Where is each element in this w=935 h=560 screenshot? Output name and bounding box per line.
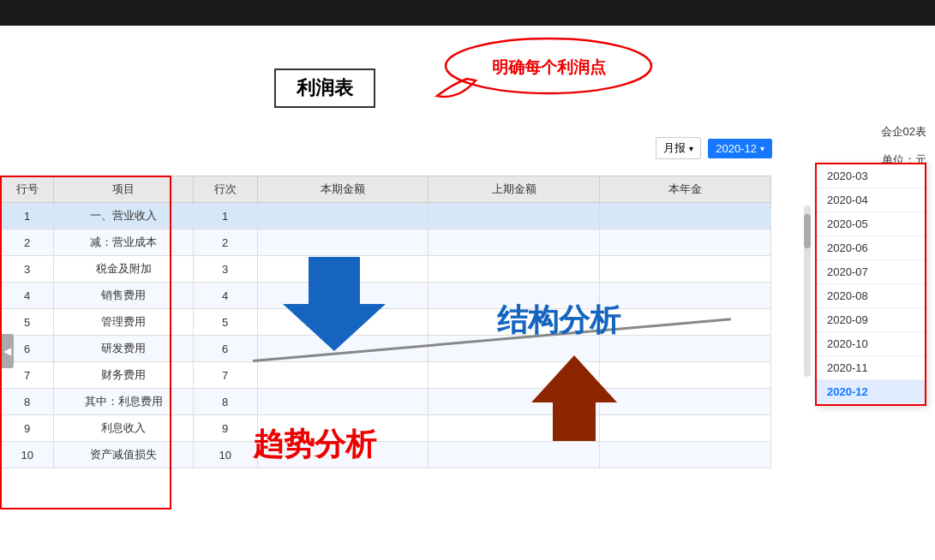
arrow-body xyxy=(309,257,360,304)
cell-hang: 10 xyxy=(1,442,54,468)
chevron-down-icon-2: ▾ xyxy=(760,144,764,153)
cell-xiangmu: 财务费用 xyxy=(54,362,193,389)
cell-bn xyxy=(600,336,771,362)
arrow-up-body xyxy=(553,402,596,441)
cell-hangci: 2 xyxy=(193,229,257,256)
header-bq: 本期金额 xyxy=(257,176,429,203)
chevron-down-icon: ▾ xyxy=(689,144,693,153)
header-controls: 月报 ▾ 2020-12 ▾ xyxy=(656,137,772,159)
cell-hang: 5 xyxy=(1,309,54,336)
expand-icon: ◀ xyxy=(3,345,11,357)
cell-hang: 8 xyxy=(1,389,54,415)
dropdown-item-6[interactable]: 2020-09 xyxy=(817,308,925,332)
cell-bq xyxy=(257,229,429,256)
cell-sq xyxy=(429,229,600,256)
cell-hang: 4 xyxy=(1,283,54,309)
cell-hangci: 10 xyxy=(193,442,257,468)
dropdown-item-9[interactable]: 2020-12 xyxy=(817,380,925,404)
cell-bn xyxy=(600,229,771,256)
cell-xiangmu: 研发费用 xyxy=(54,336,193,362)
arrow-up-head xyxy=(531,355,617,402)
report-title: 利润表 xyxy=(274,69,375,108)
svg-text:明确每个利润点: 明确每个利润点 xyxy=(492,58,606,76)
table-row: 3 税金及附加 3 xyxy=(1,256,771,283)
cell-hangci: 1 xyxy=(193,203,257,229)
top-bar xyxy=(0,0,935,26)
cell-bq xyxy=(257,203,429,229)
cell-hangci: 4 xyxy=(193,283,257,309)
cell-bn xyxy=(600,442,771,468)
cell-hang: 1 xyxy=(1,203,54,229)
cell-hangci: 5 xyxy=(193,309,257,336)
callout-bubble: 明确每个利润点 xyxy=(411,36,660,108)
header-hang: 行号 xyxy=(1,176,54,203)
company-text: 会企02表 xyxy=(881,125,926,138)
dropdown-item-4[interactable]: 2020-07 xyxy=(817,260,925,284)
cell-hangci: 8 xyxy=(193,389,257,415)
table-row: 7 财务费用 7 xyxy=(1,362,771,389)
period-type-select[interactable]: 月报 ▾ xyxy=(656,137,701,159)
cell-bn xyxy=(600,256,771,283)
cell-xiangmu: 一、营业收入 xyxy=(54,203,193,229)
table-row: 5 管理费用 5 xyxy=(1,309,771,336)
cell-bn xyxy=(600,362,771,389)
dropdown-item-3[interactable]: 2020-06 xyxy=(817,236,925,260)
arrow-head xyxy=(283,304,386,351)
cell-xiangmu: 减：营业成本 xyxy=(54,229,193,256)
period-type-label: 月报 xyxy=(663,140,686,156)
dropdown-item-5[interactable]: 2020-08 xyxy=(817,284,925,308)
table-row: 2 减：营业成本 2 xyxy=(1,229,771,256)
cell-hang: 2 xyxy=(1,229,54,256)
header-hangci: 行次 xyxy=(193,176,257,203)
dropdown-item-2[interactable]: 2020-05 xyxy=(817,212,925,236)
period-value-label: 2020-12 xyxy=(716,142,757,155)
cell-hangci: 6 xyxy=(193,336,257,362)
cell-bn xyxy=(600,283,771,309)
cell-xiangmu: 销售费用 xyxy=(54,283,193,309)
table-row: 4 销售费用 4 xyxy=(1,283,771,309)
cell-bq xyxy=(257,389,429,415)
title-text: 利润表 xyxy=(297,77,353,98)
period-value-select[interactable]: 2020-12 ▾ xyxy=(708,139,772,158)
cell-bn xyxy=(600,389,771,415)
qushi-text: 趋势分析 xyxy=(253,426,376,462)
cell-sq xyxy=(429,203,600,229)
dropdown-item-7[interactable]: 2020-10 xyxy=(817,332,925,356)
cell-xiangmu: 管理费用 xyxy=(54,309,193,336)
cell-xiangmu: 其中：利息费用 xyxy=(54,389,193,415)
dropdown-item-8[interactable]: 2020-11 xyxy=(817,356,925,380)
period-dropdown[interactable]: 2020-03 2020-04 2020-05 2020-06 2020-07 … xyxy=(815,163,926,406)
table-row: 1 一、营业收入 1 xyxy=(1,203,771,229)
cell-hangci: 9 xyxy=(193,415,257,442)
qushi-label: 趋势分析 xyxy=(253,424,376,466)
jiegou-text: 结构分析 xyxy=(497,302,620,337)
cell-hangci: 7 xyxy=(193,362,257,389)
jiegou-label: 结构分析 xyxy=(497,300,620,342)
cell-sq xyxy=(429,442,600,468)
cell-xiangmu: 税金及附加 xyxy=(54,256,193,283)
cell-xiangmu: 利息收入 xyxy=(54,415,193,442)
cell-xiangmu: 资产减值损失 xyxy=(54,442,193,468)
main-area: 利润表 明确每个利润点 会企02表 月报 ▾ 2020-12 ▾ 单位：元 20… xyxy=(0,26,935,560)
cell-bq xyxy=(257,362,429,389)
dropdown-item-1[interactable]: 2020-04 xyxy=(817,188,925,212)
header-sq: 上期金额 xyxy=(429,176,600,203)
cell-bn xyxy=(600,203,771,229)
table-row: 9 利息收入 9 xyxy=(1,415,771,442)
left-expand-button[interactable]: ◀ xyxy=(0,334,14,368)
scrollbar-thumb xyxy=(804,214,811,248)
profit-table: 行号 项目 行次 本期金额 上期金额 本年金 1 一、营业收入 1 2 减：营业… xyxy=(0,176,771,468)
cell-bn xyxy=(600,415,771,442)
company-label: 会企02表 xyxy=(881,124,926,140)
cell-sq xyxy=(429,256,600,283)
header-xiangmu: 项目 xyxy=(54,176,193,203)
brown-up-arrow xyxy=(531,355,617,441)
cell-hang: 3 xyxy=(1,256,54,283)
cell-hang: 9 xyxy=(1,415,54,442)
dropdown-item-0[interactable]: 2020-03 xyxy=(817,164,925,188)
dropdown-scrollbar[interactable] xyxy=(804,206,811,377)
cell-hangci: 3 xyxy=(193,256,257,283)
header-bn: 本年金 xyxy=(600,176,771,203)
table-row: 8 其中：利息费用 8 xyxy=(1,389,771,415)
table-row: 10 资产减值损失 10 xyxy=(1,442,771,468)
